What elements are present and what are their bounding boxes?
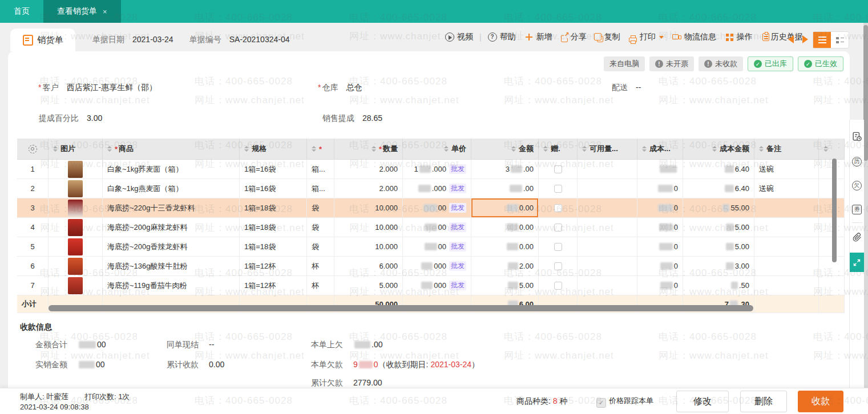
sidebar-history-icon[interactable]: 历 — [850, 149, 864, 173]
gear-icon[interactable] — [29, 145, 37, 153]
cell-spec[interactable]: 1箱=18袋 — [240, 237, 307, 256]
sort-icon[interactable] — [823, 146, 828, 152]
cell-unit-price[interactable]: 00批发 — [403, 237, 471, 256]
sidebar-expand-icon[interactable] — [850, 250, 864, 274]
cell-available[interactable] — [578, 160, 637, 178]
cell-amount[interactable]: 0.00 — [471, 218, 539, 237]
sort-icon[interactable] — [107, 146, 112, 152]
column-header-图片[interactable]: 图片 — [49, 139, 103, 159]
cell-available[interactable] — [578, 179, 637, 198]
column-header-成本金额[interactable]: 成本金额 — [683, 139, 754, 159]
cell-unit-price[interactable]: 000批发 — [403, 276, 471, 295]
warehouse-field[interactable]: *仓库 总仓 — [318, 83, 362, 93]
sort-icon[interactable] — [244, 146, 249, 152]
sidebar-doc-history-icon[interactable] — [850, 125, 864, 149]
price-track-checkbox[interactable]: ✓ — [596, 398, 606, 408]
cell-unit[interactable]: 杯 — [307, 276, 334, 295]
cell-remark[interactable]: 送碗 — [754, 160, 819, 178]
toolbar-action-复制[interactable]: 复制 — [595, 32, 620, 42]
cell-spec[interactable]: 1箱=18袋 — [240, 218, 307, 237]
prev-record-icon[interactable] — [788, 35, 794, 43]
column-header-商品[interactable]: *商品 — [103, 139, 240, 159]
cell-cost[interactable]: 0 — [637, 179, 683, 198]
cell-available[interactable] — [578, 237, 637, 256]
cell-unit-price[interactable]: 00批发 — [403, 218, 471, 237]
cell-amount[interactable]: 5.00 — [471, 276, 539, 295]
cell-quantity[interactable]: 10.000 — [334, 237, 403, 256]
cell-product-name[interactable]: 海底捞~136g酸辣牛肚粉 — [103, 257, 240, 275]
cell-unit[interactable]: 袋 — [307, 218, 334, 237]
cell-quantity[interactable]: 2.000 — [334, 179, 403, 198]
column-header-赠.[interactable]: 赠. — [539, 139, 578, 159]
gift-checkbox[interactable] — [554, 262, 562, 270]
cell-remark[interactable] — [754, 198, 819, 217]
cell-remark[interactable] — [754, 276, 819, 295]
cell-remark[interactable] — [754, 218, 819, 237]
cell-cost-amount[interactable]: 3.00 — [683, 257, 754, 275]
column-header-可用量...[interactable]: 可用量... — [578, 139, 637, 159]
toolbar-action-帮助[interactable]: 帮助 — [488, 32, 516, 42]
cell-spec[interactable]: 1箱=12杯 — [240, 257, 307, 275]
cell-spec[interactable]: 1箱=18袋 — [240, 198, 307, 217]
cell-unit-price[interactable]: 00批发 — [403, 198, 471, 217]
cell-amount[interactable]: 0.00 — [471, 237, 539, 256]
sidebar-debt-icon[interactable]: 欠 — [850, 173, 864, 197]
cell-quantity[interactable]: 6.000 — [334, 257, 403, 275]
cell-unit-price[interactable]: 1.000批发 — [403, 160, 471, 178]
toolbar-action-视频[interactable]: 视频 — [445, 32, 473, 42]
column-header-数量[interactable]: *数量 — [334, 139, 403, 159]
sort-icon[interactable] — [53, 146, 58, 152]
toolbar-action-打印[interactable]: 打印 — [629, 32, 664, 42]
cell-cost-amount[interactable]: 6.40 — [683, 160, 754, 178]
sort-icon[interactable] — [582, 146, 587, 152]
cell-cost[interactable]: 0 — [637, 218, 683, 237]
cell-product-name[interactable]: 白象~1kg燕麦面（箱） — [103, 179, 240, 198]
cell-quantity[interactable]: 10.000 — [334, 198, 403, 217]
tab-close-icon[interactable]: × — [103, 7, 107, 16]
tab-view-sales-order[interactable]: 查看销货单 × — [43, 0, 121, 23]
toolbar-action-分享[interactable]: 分享 — [561, 32, 587, 42]
cell-unit[interactable]: 杯 — [307, 257, 334, 275]
toolbar-action-操作[interactable]: 操作 — [725, 32, 753, 42]
table-horizontal-scrollbar[interactable] — [49, 305, 753, 311]
customer-field[interactable]: *客户 西店紫江-惠享生鲜（邵） — [38, 83, 157, 93]
sidebar-coupon-icon[interactable]: 券 — [850, 197, 864, 221]
收款-button[interactable]: 收款 — [798, 391, 843, 412]
cell-amount[interactable]: 2.00 — [471, 257, 539, 275]
cell-available[interactable] — [578, 276, 637, 295]
cell-product-name[interactable]: 白象~1kg荞麦面（箱） — [103, 160, 240, 178]
sort-icon[interactable] — [312, 146, 316, 152]
column-header-备注[interactable]: 备注 — [754, 139, 819, 159]
修改-button[interactable]: 修改 — [676, 391, 729, 412]
column-header-sort[interactable]: * — [307, 139, 334, 159]
commission-pct-field[interactable]: 提成百分比 3.00 — [39, 113, 102, 124]
sort-icon[interactable] — [712, 146, 717, 152]
column-header-单价[interactable]: 单价 — [403, 139, 471, 159]
gift-checkbox[interactable] — [554, 224, 562, 232]
gift-checkbox[interactable] — [554, 204, 562, 212]
page-scrollbar-thumb[interactable] — [863, 25, 868, 161]
price-track-option[interactable]: ✓价格跟踪本单 — [596, 396, 653, 408]
sort-icon[interactable] — [642, 146, 647, 152]
gift-checkbox[interactable] — [554, 185, 562, 193]
sales-commission-field[interactable]: 销售提成 28.65 — [322, 113, 382, 124]
sort-icon[interactable] — [759, 146, 764, 152]
cell-unit[interactable]: 箱... — [307, 179, 334, 198]
cell-product-name[interactable]: 海底捞~119g番茄牛肉粉 — [103, 276, 240, 295]
gift-checkbox[interactable] — [554, 165, 562, 173]
sort-icon[interactable] — [444, 146, 449, 152]
cell-cost-amount[interactable]: 6.40 — [683, 179, 754, 198]
cell-amount[interactable]: 0.00 — [471, 198, 539, 217]
sort-icon[interactable] — [511, 146, 516, 152]
detail-view-button[interactable] — [831, 32, 849, 48]
cell-cost[interactable]: 0 — [637, 237, 683, 256]
cell-cost[interactable]: 0 — [637, 276, 683, 295]
cell-cost[interactable]: 0 — [637, 257, 683, 275]
cell-quantity[interactable]: 2.000 — [334, 160, 403, 178]
gift-checkbox[interactable] — [554, 243, 562, 251]
cell-cost[interactable] — [637, 160, 683, 178]
cell-amount[interactable]: .00 — [471, 179, 539, 198]
cell-cost-amount[interactable]: 5.00 — [683, 237, 754, 256]
gift-checkbox[interactable] — [554, 282, 562, 290]
cell-unit-price[interactable]: 000批发 — [403, 257, 471, 275]
